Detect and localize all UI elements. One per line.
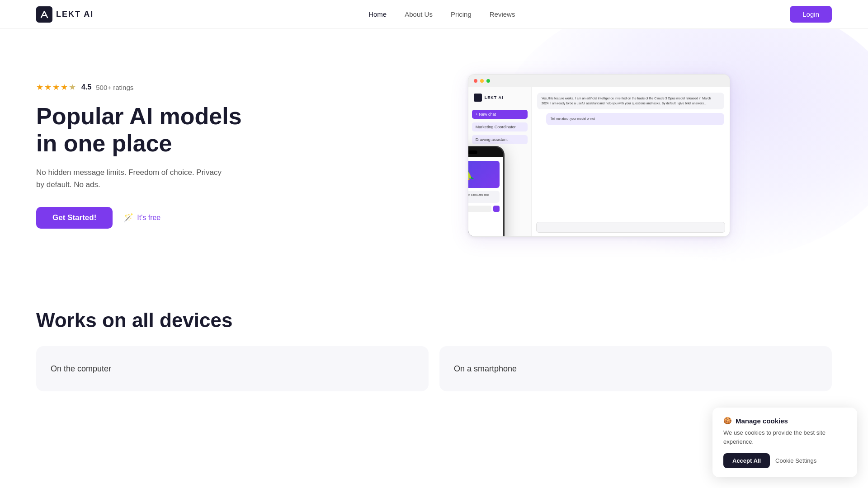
sidebar-logo: LEKT AI [472, 92, 528, 103]
hero-left: ★★★★★ 4.5 500+ ratings Popular AI models… [36, 82, 242, 229]
rating-row: ★★★★★ 4.5 500+ ratings [36, 82, 242, 92]
nav-reviews[interactable]: Reviews [490, 10, 515, 18]
hero-section: ★★★★★ 4.5 500+ ratings Popular AI models… [0, 29, 868, 282]
logo-icon [36, 6, 52, 23]
sidebar-logo-text: LEKT AI [485, 95, 504, 100]
bird-icon: 🦜 [468, 168, 475, 181]
mobile-overlay: 🦜 Sure! Here's an image of a beautiful b… [468, 146, 505, 237]
smartphone-label: On a smartphone [454, 364, 517, 374]
nav-pricing[interactable]: Pricing [451, 10, 472, 18]
login-button[interactable]: Login [790, 6, 832, 23]
chat-bubble-user: Tell me about your model or not [546, 113, 724, 125]
rating-count: 500+ ratings [96, 84, 133, 91]
chat-bubble-ai: Yes, this feature works. I am an artific… [537, 93, 724, 109]
mobile-notch [468, 150, 477, 154]
dot-yellow [480, 79, 484, 83]
mobile-actions [468, 206, 500, 212]
mobile-topbar [468, 147, 503, 157]
computer-card: On the computer [36, 346, 429, 391]
hero-heading: Popular AI models in one place [36, 103, 242, 157]
dot-green [486, 79, 490, 83]
devices-heading: Works on all devices [36, 309, 832, 332]
hero-right: LEKT AI + New chat Marketing Coordinator… [330, 29, 868, 282]
sidebar-item-1[interactable]: Marketing Coordinator [472, 122, 528, 131]
sidebar-item-2[interactable]: Drawing assistant [472, 135, 528, 144]
its-free-label: 🪄 It's free [123, 213, 160, 223]
cta-row: Get Started! 🪄 It's free [36, 207, 242, 229]
magic-icon: 🪄 [123, 213, 133, 223]
rating-score: 4.5 [81, 83, 91, 91]
devices-section: Works on all devices On the computer On … [0, 282, 868, 409]
device-body: LEKT AI + New chat Marketing Coordinator… [468, 87, 730, 236]
desktop-mockup: LEKT AI + New chat Marketing Coordinator… [468, 74, 730, 237]
logo-link[interactable]: LEKT AI [36, 6, 94, 23]
computer-label: On the computer [51, 364, 111, 374]
stars: ★★★★★ [36, 82, 77, 92]
mobile-chat-1: Sure! Here's an image of a beautiful blu… [468, 191, 500, 203]
sidebar-logo-mini [474, 94, 482, 102]
dot-red [474, 79, 477, 83]
logo-text: LEKT AI [56, 9, 94, 19]
devices-cards: On the computer On a smartphone [36, 346, 832, 391]
mobile-input[interactable] [468, 206, 491, 212]
nav-links: Home About Us Pricing Reviews [368, 10, 515, 18]
sidebar-new-chat[interactable]: + New chat [472, 110, 528, 119]
cookie-banner: 🍪 Manage cookies We use cookies to provi… [712, 408, 857, 409]
nav-home[interactable]: Home [368, 10, 387, 18]
mobile-image: 🦜 [468, 161, 500, 188]
get-started-button[interactable]: Get Started! [36, 207, 113, 229]
smartphone-card: On a smartphone [439, 346, 832, 391]
nav-about[interactable]: About Us [405, 10, 433, 18]
navbar: LEKT AI Home About Us Pricing Reviews Lo… [0, 0, 868, 29]
mobile-body: 🦜 Sure! Here's an image of a beautiful b… [468, 157, 503, 237]
topbar [468, 75, 730, 87]
mobile-send[interactable] [493, 206, 500, 212]
chat-input-mock[interactable] [536, 222, 725, 233]
hero-subtext: No hidden message limits. Freedom of cho… [36, 166, 226, 191]
device-main: Yes, this feature works. I am an artific… [532, 87, 730, 236]
